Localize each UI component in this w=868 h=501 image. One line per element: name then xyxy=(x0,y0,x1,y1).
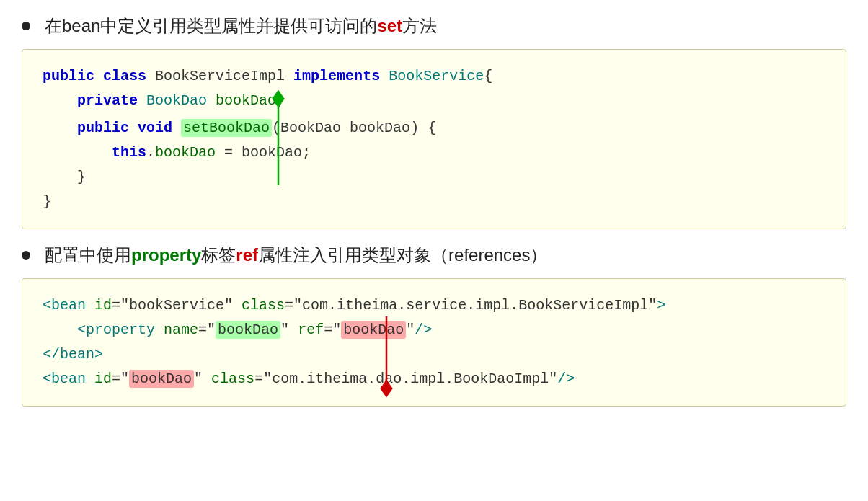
bullet2-suffix: 属性注入引用类型对象（references） xyxy=(258,245,547,265)
code-block-2-wrapper: <bean id="bookService" class="com.itheim… xyxy=(22,278,846,407)
code-line-1: public class BookServiceImpl implements … xyxy=(43,64,825,89)
bullet1-highlight: set xyxy=(377,16,402,35)
code-line-2: private BookDao bookDao; xyxy=(43,89,825,113)
xml-line-4: <bean id="bookDao" class="com.itheima.da… xyxy=(43,367,825,391)
bullet-item-2: 配置中使用property标签ref属性注入引用类型对象（references） xyxy=(22,244,846,267)
code-block-1: public class BookServiceImpl implements … xyxy=(22,49,846,229)
code-line-4: this.bookDao = bookDao; xyxy=(43,141,825,165)
bullet2-highlight2: ref xyxy=(236,245,258,265)
bullet-text-1: 在bean中定义引用类型属性并提供可访问的set方法 xyxy=(45,14,437,37)
xml-line-2: <property name="bookDao" ref="bookDao"/> xyxy=(43,318,825,342)
red-arrow-svg xyxy=(376,309,397,396)
bullet-item-1: 在bean中定义引用类型属性并提供可访问的set方法 xyxy=(22,14,846,37)
bullet2-highlight1: property xyxy=(131,245,201,265)
code-line-5: } xyxy=(43,165,825,190)
bullet1-prefix: 在bean中定义引用类型属性并提供可访问的 xyxy=(45,16,377,35)
bullet1-suffix: 方法 xyxy=(402,16,437,35)
bullet2-prefix: 配置中使用 xyxy=(45,245,131,265)
bullet2-middle: 标签 xyxy=(201,245,236,265)
code-line-6: } xyxy=(43,190,825,214)
bullet-text-2: 配置中使用property标签ref属性注入引用类型对象（references） xyxy=(45,244,547,267)
xml-line-1: <bean id="bookService" class="com.itheim… xyxy=(43,293,825,318)
green-arrow-svg xyxy=(267,92,289,192)
code-line-3: public void setBookDao(BookDao bookDao) … xyxy=(43,116,825,141)
page-container: 在bean中定义引用类型属性并提供可访问的set方法 public class … xyxy=(22,14,846,407)
bullet-dot-1 xyxy=(22,22,30,30)
bullet-dot-2 xyxy=(22,251,30,260)
code-block-1-wrapper: public class BookServiceImpl implements … xyxy=(22,49,846,229)
code-block-2: <bean id="bookService" class="com.itheim… xyxy=(22,278,846,407)
xml-line-3: </bean> xyxy=(43,342,825,367)
